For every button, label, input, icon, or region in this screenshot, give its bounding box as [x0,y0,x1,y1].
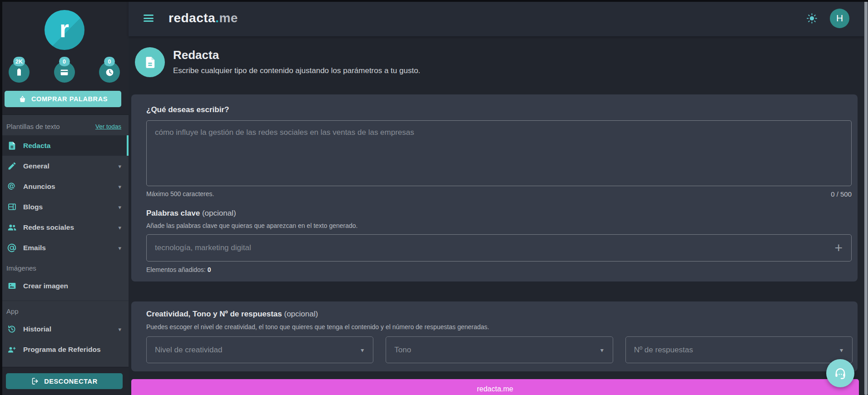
tone-select[interactable]: Tono [386,336,613,363]
sun-icon[interactable] [806,12,818,25]
words-balance-count: 2K [13,57,25,66]
page-icon-circle [135,47,165,77]
layout-icon [6,202,17,212]
add-keyword-icon[interactable] [834,241,843,255]
hamburger-icon[interactable] [144,13,154,24]
responses-select-value: Nº de respuestas [634,346,693,355]
time-balance-badge[interactable]: 0 [99,62,120,83]
buy-words-label: COMPRAR PALABRAS [31,95,108,103]
keywords-input[interactable] [146,234,852,262]
sidebar-item-redacta[interactable]: Redacta [0,135,129,156]
chevron-down-icon [118,244,121,252]
keywords-added-count: 0 [208,266,211,273]
brand-logo: r [45,10,84,50]
chevron-down-icon [118,203,121,211]
page-scrollbar[interactable] [864,0,868,395]
pencil-icon [6,161,17,171]
document-icon [6,141,17,151]
see-all-link[interactable]: Ver todas [95,123,121,130]
sidebar-item-redes-sociales[interactable]: Redes sociales [0,217,129,237]
ads-click-icon [6,182,17,192]
wordmark[interactable]: redacta.me [169,11,238,25]
responses-select[interactable]: Nº de respuestas [625,336,853,363]
window-frame-top [0,0,868,2]
sidebar-item-historial[interactable]: Historial [0,319,129,339]
chevron-down-icon [361,346,364,354]
disconnect-button[interactable]: DESCONECTAR [6,373,123,389]
chevron-down-icon [118,183,121,191]
at-sign-icon [6,243,17,253]
prompt-card: ¿Qué deseas escribir? Máximo 500 caracte… [131,94,858,281]
keywords-label: Palabras clave (opcional) [146,209,850,218]
person-add-icon [6,345,17,355]
chevron-down-icon [600,346,604,354]
plan-balance-count: 0 [59,57,70,66]
document-icon [143,55,157,69]
support-chat-button[interactable] [826,359,854,387]
sidebar-item-emails[interactable]: Emails [0,237,129,258]
buy-words-button[interactable]: COMPRAR PALABRAS [5,91,121,107]
main-area: redacta.me H Redacta Escribe cualquier t… [129,0,864,395]
credit-badges-row: 2K 0 0 [0,62,129,83]
chevron-down-icon [118,162,121,170]
scrollbar-thumb[interactable] [864,0,868,395]
creativity-select-value: Nivel de creatividad [155,346,222,355]
page-subtitle: Escribe cualquier tipo de contenido ajus… [173,66,420,75]
sidebar-item-blogs[interactable]: Blogs [0,197,129,217]
character-counter: 0 / 500 [831,190,852,198]
chevron-down-icon [118,325,121,333]
keywords-description: Añade las palabras clave que quieras que… [146,222,850,229]
sidebar-item-general[interactable]: General [0,156,129,176]
templates-section-header: Plantillas de texto [6,123,60,130]
options-title-text: Creatividad, Tono y Nº de respuestas [146,310,282,318]
wordmark-suffix: me [219,11,238,25]
question-textarea[interactable] [146,120,852,186]
options-card: Creatividad, Tono y Nº de respuestas (op… [131,301,858,371]
sidebar-item-label: Historial [23,325,118,333]
sidebar-item-label: Programa de Referidos [23,346,121,354]
sidebar-nav: Plantillas de texto Ver todas Redacta Ge… [0,114,129,367]
history-icon [6,324,17,334]
creativity-select[interactable]: Nivel de creatividad [146,336,373,363]
keywords-optional-text: (opcional) [202,209,236,217]
sidebar-item-anuncios[interactable]: Anuncios [0,176,129,197]
keywords-added: Elementos añadidos: 0 [146,266,850,273]
sidebar-item-programa-referidos[interactable]: Programa de Referidos [0,339,129,360]
sidebar-item-label: Redacta [23,142,121,150]
page-title: Redacta [173,48,420,62]
window-frame-left [0,0,2,395]
options-description: Puedes escoger el nivel de creatividad, … [146,323,850,331]
basket-icon [18,95,27,104]
topbar: redacta.me H [129,0,864,36]
sidebar-item-label: General [23,162,118,170]
disconnect-label: DESCONECTAR [44,378,98,385]
question-label: ¿Qué deseas escribir? [146,105,850,114]
question-hint: Máximo 500 caracteres. [146,190,214,198]
words-balance-badge[interactable]: 2K [9,62,30,83]
sidebar-item-crear-imagen[interactable]: Crear imagen [0,276,129,296]
sidebar-bottom: DESCONECTAR [0,367,129,395]
sidebar-item-label: Crear imagen [23,282,121,290]
keywords-label-text: Palabras clave [146,209,200,217]
avatar-initial: H [836,13,843,24]
submit-button[interactable]: redacta.me [131,379,859,395]
brand-logo-letter: r [60,16,69,41]
sidebar: r 2K 0 0 [0,0,129,395]
image-icon [6,281,17,291]
wordmark-main: redacta [169,11,215,25]
tone-select-value: Tono [394,346,411,355]
sidebar-item-label: Redes sociales [23,223,118,232]
people-icon [6,222,17,232]
images-section-header: Imágenes [0,258,129,276]
plan-balance-badge[interactable]: 0 [54,62,75,83]
logout-icon [31,377,40,385]
headset-icon [833,366,848,380]
page-content: Redacta Escribe cualquier tipo de conten… [129,47,864,395]
keywords-added-label: Elementos añadidos: [146,266,206,273]
submit-label: redacta.me [477,385,513,393]
time-balance-count: 0 [104,57,115,66]
avatar[interactable]: H [830,9,849,28]
sidebar-item-label: Anuncios [23,183,118,191]
app-section-header: App [0,301,129,319]
chevron-down-icon [118,223,121,232]
